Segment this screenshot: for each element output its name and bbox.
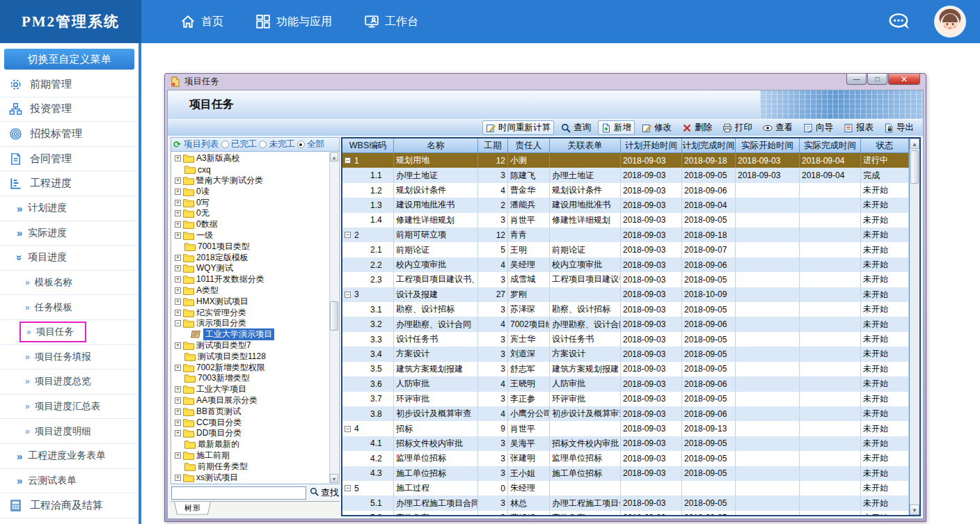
collapse-icon[interactable]: −	[345, 426, 351, 432]
tree-item[interactable]: +测试项目类型7	[175, 340, 328, 351]
table-row[interactable]: 5.2安监备案3曹娟娟安监备案2018-09-032018-09-05未开始	[342, 511, 909, 515]
expand-icon[interactable]: +	[175, 365, 181, 371]
tree-item[interactable]: +7002新增类型权限	[175, 362, 328, 373]
table-row[interactable]: 3.4方案设计3刘道深方案设计2018-09-032018-09-05未开始	[342, 347, 909, 361]
sidebar-item[interactable]: 工程洽商及结算	[0, 493, 139, 518]
scroll-up-icon[interactable]: ▲	[910, 138, 919, 149]
expand-icon[interactable]: +	[175, 475, 181, 481]
collapse-icon[interactable]: −	[345, 232, 351, 238]
tree-scroll-thumb[interactable]	[330, 301, 338, 331]
table-row[interactable]: −3设计及报建27罗刚2018-09-032018-10-09未开始	[342, 287, 909, 302]
toolbar-button[interactable]: 查看	[759, 120, 796, 135]
column-header[interactable]: 实际完成时间	[800, 138, 861, 153]
radio-label[interactable]: 未完工	[269, 138, 295, 150]
scroll-down-icon[interactable]: ▼	[330, 474, 338, 483]
column-header[interactable]: 责任人	[508, 138, 550, 153]
expand-icon[interactable]: +	[175, 342, 181, 349]
column-header[interactable]: 计划完成时间	[682, 138, 736, 153]
table-row[interactable]: 2.1前期论证5王明前期论证2018-09-032018-09-07未开始	[342, 242, 909, 257]
tree-item[interactable]: +施工前期	[175, 450, 328, 461]
close-button[interactable]: ✕	[888, 74, 920, 85]
tree-item[interactable]: 前期任务类型	[175, 461, 328, 472]
tree-item[interactable]: +2018定版模板	[175, 252, 328, 263]
tree-item[interactable]: +纪实管理分类	[175, 307, 328, 318]
tree-search-input[interactable]	[171, 486, 306, 500]
sidebar-item[interactable]: »项目任务	[0, 320, 139, 345]
tree-item[interactable]: +0读	[175, 186, 328, 197]
radio-option[interactable]	[221, 141, 229, 148]
sidebar-item[interactable]: »项目进度总览	[0, 370, 139, 395]
tree-item[interactable]: cxq	[175, 164, 328, 175]
table-row[interactable]: 4.1招标文件校内审批3吴海平招标文件校内审批2018-09-032018-09…	[342, 436, 909, 451]
tree-scrollbar[interactable]: ▲ ▼	[329, 152, 338, 483]
collapse-icon[interactable]: −	[345, 292, 351, 298]
expand-icon[interactable]: +	[175, 177, 181, 184]
user-avatar[interactable]	[934, 6, 966, 38]
expand-icon[interactable]: +	[175, 155, 181, 161]
toolbar-button[interactable]: 查询	[558, 120, 594, 135]
table-row[interactable]: 3.6人防审批4王晓明人防审批2018-09-032018-09-06未开始	[342, 376, 909, 391]
refresh-icon[interactable]: ⟳	[173, 139, 181, 150]
expand-icon[interactable]: +	[175, 452, 181, 459]
tree-item[interactable]: +0写	[175, 197, 328, 208]
expand-icon[interactable]: +	[175, 189, 181, 195]
expand-icon[interactable]: +	[175, 430, 181, 436]
sidebar-item[interactable]: »项目进度汇总表	[0, 395, 139, 420]
collapse-icon[interactable]: −	[345, 157, 351, 164]
column-header[interactable]: 工期	[478, 138, 508, 153]
messages-icon[interactable]	[888, 13, 910, 31]
tab-tree-view[interactable]: 树形	[174, 502, 211, 514]
radio-selected[interactable]	[297, 141, 305, 148]
column-header[interactable]: 实际开始时间	[736, 138, 800, 153]
expand-icon[interactable]: +	[175, 420, 181, 426]
switch-menu-button[interactable]: 切换至自定义菜单	[4, 49, 134, 70]
table-row[interactable]: 3.5建筑方案规划报建3舒志军建筑方案规划报建2018-09-032018-09…	[342, 362, 909, 376]
toolbar-button[interactable]: 报表	[840, 120, 877, 135]
radio-label[interactable]: 全部	[307, 138, 324, 150]
expand-icon[interactable]: +	[175, 299, 181, 305]
table-row[interactable]: 3.8初步设计及概算审查4小鹰分公司初步设计及概算审查2018-09-03201…	[342, 406, 909, 421]
collapse-icon[interactable]: −	[345, 485, 351, 491]
table-row[interactable]: −5施工过程0朱经理未开始	[342, 481, 909, 495]
sidebar-item[interactable]: »项目进度	[0, 246, 139, 271]
expand-icon[interactable]: +	[175, 408, 181, 415]
sidebar-item[interactable]: »项目任务填报	[0, 345, 139, 370]
find-button[interactable]: 查找	[310, 486, 339, 499]
sidebar-item[interactable]: »云测试表单	[0, 469, 139, 494]
sidebar-item[interactable]: 前期管理	[0, 72, 139, 97]
sidebar-item[interactable]: 招投标管理	[0, 122, 139, 147]
table-row[interactable]: 5.1办理工程施工项目合同3林总办理工程施工项目合同2018-09-032018…	[342, 495, 909, 510]
tree-item[interactable]: 7001项目类型	[175, 241, 328, 252]
table-row[interactable]: 3.7环评审批3李正参环评审批2018-09-032018-09-05未开始	[342, 392, 909, 406]
tree-item[interactable]: +暨南大学测试分类	[175, 175, 328, 186]
sidebar-item[interactable]: »模板名称	[0, 271, 139, 296]
expand-icon[interactable]: +	[175, 221, 181, 228]
toolbar-button[interactable]: 导出	[880, 120, 917, 135]
tree-item[interactable]: +CC项目分类	[175, 417, 328, 428]
minimize-button[interactable]: —	[846, 74, 867, 85]
toolbar-button[interactable]: 时间重新计算	[482, 120, 554, 135]
column-header[interactable]: 状态	[861, 138, 909, 153]
scroll-down-icon[interactable]: ▼	[910, 505, 919, 515]
tree-item[interactable]: 7003新增类型	[175, 373, 328, 384]
tree-item[interactable]: +工业大学项目	[175, 384, 328, 395]
column-header[interactable]: 名称	[394, 138, 478, 153]
expand-icon[interactable]: +	[175, 200, 181, 206]
tree-item[interactable]: +WQY测试	[175, 263, 328, 274]
expand-icon[interactable]: +	[175, 386, 181, 392]
expand-icon[interactable]: +	[175, 210, 181, 216]
table-row[interactable]: 2.2校内立项审批4吴经理校内立项审批2018-09-032018-09-06未…	[342, 257, 909, 272]
column-header[interactable]: 计划开始时间	[621, 138, 682, 153]
window-titlebar[interactable]: 项目任务 — □ ✕	[167, 74, 924, 90]
table-row[interactable]: 1.2规划设计条件4曹金华规划设计条件2018-09-032018-09-06未…	[342, 183, 909, 198]
scroll-up-icon[interactable]: ▲	[330, 152, 338, 161]
table-row[interactable]: −2前期可研立项12青青2018-09-032018-09-18未开始	[342, 228, 909, 242]
table-row[interactable]: 1.4修建性详细规划3肖世平修建性详细规划2018-09-032018-09-0…	[342, 213, 909, 228]
expand-icon[interactable]: +	[175, 232, 181, 239]
sidebar-item[interactable]: »实际进度	[0, 221, 139, 246]
column-header[interactable]: WBS编码	[342, 138, 394, 153]
tree-item[interactable]: +一级	[175, 230, 328, 241]
table-row[interactable]: 3.1勘察、设计招标3苏泽琛勘察、设计招标2018-09-032018-09-0…	[342, 302, 909, 317]
tree-item[interactable]: +A类型	[175, 285, 328, 296]
sidebar-item[interactable]: »工程进度业务表单	[0, 444, 139, 469]
